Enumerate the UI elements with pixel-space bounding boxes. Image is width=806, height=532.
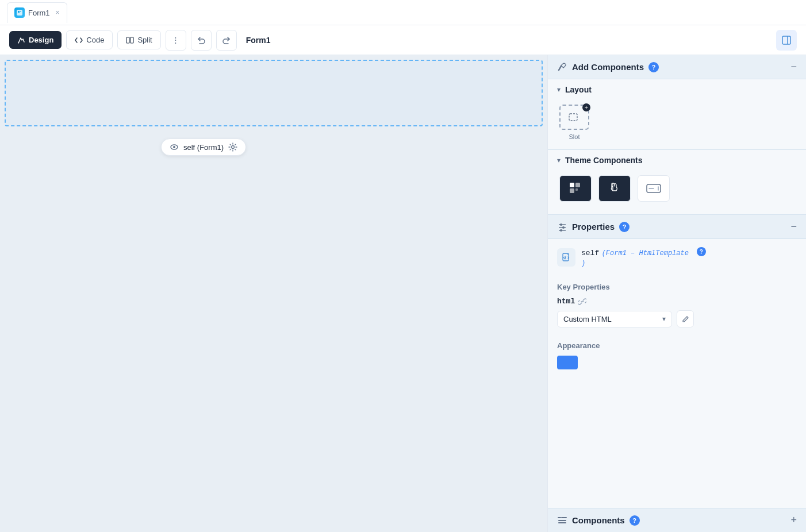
html-value-dropdown[interactable]: Custom HTML ▾ [557, 311, 672, 327]
split-icon [126, 36, 134, 44]
right-panel: Add Components ? − ▾ Layout + [547, 55, 806, 532]
panel-toggle-button[interactable] [776, 30, 797, 51]
self-label: self [581, 249, 599, 257]
input-field-icon [646, 183, 662, 194]
key-properties-section: Key Properties html Custom HTML ▾ [548, 276, 806, 334]
more-options-button[interactable]: ⋮ [166, 30, 186, 51]
svg-rect-1 [18, 11, 20, 13]
slot-inner-icon [568, 111, 581, 124]
slot-icon-box: + [559, 105, 589, 130]
theme-icon-box-2 [598, 175, 631, 202]
appearance-title: Appearance [557, 341, 797, 350]
properties-title: Properties [572, 222, 615, 232]
code-button[interactable]: Code [66, 30, 113, 49]
undo-icon [197, 36, 206, 45]
form-title: Form1 [246, 36, 271, 45]
components-footer-title: Components [572, 515, 625, 525]
layout-subsection-header[interactable]: ▾ Layout [548, 79, 806, 99]
components-footer-help-badge[interactable]: ? [630, 515, 640, 526]
design-icon [17, 36, 25, 44]
layout-chevron-icon: ▾ [557, 86, 561, 94]
self-detail-2: ) [581, 260, 585, 268]
svg-point-9 [232, 146, 235, 149]
appearance-preview [557, 356, 578, 369]
properties-collapse-button[interactable]: − [790, 221, 797, 233]
svg-rect-26 [558, 520, 566, 521]
undo-button[interactable] [191, 30, 212, 51]
tab-form1[interactable]: Form1 × [7, 2, 67, 23]
svg-rect-0 [17, 10, 22, 16]
components-footer-left: Components ? [557, 515, 640, 526]
slot-component-item[interactable]: + Slot [559, 105, 589, 140]
svg-point-8 [173, 146, 175, 148]
slot-plus-icon: + [582, 103, 590, 111]
properties-help-badge[interactable]: ? [619, 222, 630, 232]
panel-scroll-area[interactable]: Add Components ? − ▾ Layout + [548, 55, 806, 508]
eye-icon [170, 142, 179, 152]
self-detail-1: (Form1 – HtmlTemplate [602, 249, 689, 257]
svg-rect-12 [570, 183, 574, 187]
add-components-header: Add Components ? − [548, 55, 806, 79]
canvas-self-label[interactable]: self (Form1) [161, 138, 246, 156]
code-icon [75, 36, 83, 44]
svg-rect-4 [131, 37, 133, 43]
split-button[interactable]: Split [117, 30, 160, 49]
settings-icon [228, 142, 237, 152]
pencil-icon [682, 315, 689, 323]
svg-rect-13 [575, 183, 580, 187]
add-components-header-left: Add Components ? [557, 62, 659, 72]
svg-rect-5 [782, 36, 790, 44]
wrench-icon [557, 62, 567, 72]
theme-icon-box-1 [559, 175, 592, 202]
components-footer-icon [557, 515, 567, 526]
toolbar: Design Code Split ⋮ Form1 [0, 25, 806, 55]
svg-rect-14 [570, 188, 574, 193]
svg-line-10 [559, 66, 561, 70]
theme-component-2[interactable] [598, 175, 631, 205]
file-code-icon [557, 248, 575, 267]
redo-button[interactable] [216, 30, 237, 51]
properties-header: Properties ? − [548, 215, 806, 239]
theme-components-title: Theme Components [565, 156, 643, 165]
key-properties-title: Key Properties [557, 283, 797, 291]
components-add-button[interactable]: + [790, 514, 797, 526]
theme-components-subsection-header[interactable]: ▾ Theme Components [548, 150, 806, 169]
svg-point-20 [560, 223, 562, 226]
edit-html-button[interactable] [677, 310, 694, 327]
dropdown-chevron-icon: ▾ [662, 315, 666, 323]
self-property-row: self (Form1 – HtmlTemplate ) ? [548, 239, 806, 276]
svg-rect-15 [575, 188, 578, 191]
link-icon[interactable] [578, 298, 586, 306]
main-area: self (Form1) Add Components ? − [0, 55, 806, 532]
theme-component-3[interactable] [638, 175, 670, 205]
self-help-badge[interactable]: ? [697, 247, 706, 256]
svg-rect-27 [558, 522, 566, 523]
canvas[interactable]: self (Form1) [0, 55, 547, 532]
theme-component-1[interactable] [559, 175, 592, 205]
svg-rect-2 [20, 11, 21, 12]
slot-label: Slot [569, 133, 580, 140]
svg-rect-11 [569, 114, 577, 121]
add-components-title: Add Components [572, 62, 644, 72]
theme-icon-box-3 [638, 175, 670, 202]
add-components-help-badge[interactable]: ? [648, 62, 659, 72]
design-button[interactable]: Design [9, 31, 62, 49]
html-label: html [557, 297, 575, 306]
add-components-collapse-button[interactable]: − [790, 61, 797, 73]
svg-point-24 [560, 229, 562, 232]
svg-point-22 [562, 226, 565, 229]
theme-chevron-icon: ▾ [557, 156, 561, 164]
svg-rect-3 [126, 37, 129, 43]
tab-title: Form1 [28, 9, 50, 17]
html-dropdown-row: Custom HTML ▾ [557, 310, 797, 327]
tab-app-icon [14, 7, 25, 18]
hand-cursor-icon [607, 180, 623, 196]
theme-component-grid [548, 169, 806, 214]
tab-close-button[interactable]: × [56, 9, 60, 17]
panel-layout-icon [781, 35, 792, 45]
grid-app-icon [567, 180, 584, 196]
layout-subsection-title: Layout [565, 85, 592, 94]
self-property-text: self (Form1 – HtmlTemplate ) [581, 247, 689, 268]
canvas-dashed-border [5, 60, 543, 126]
sliders-icon [557, 222, 567, 232]
